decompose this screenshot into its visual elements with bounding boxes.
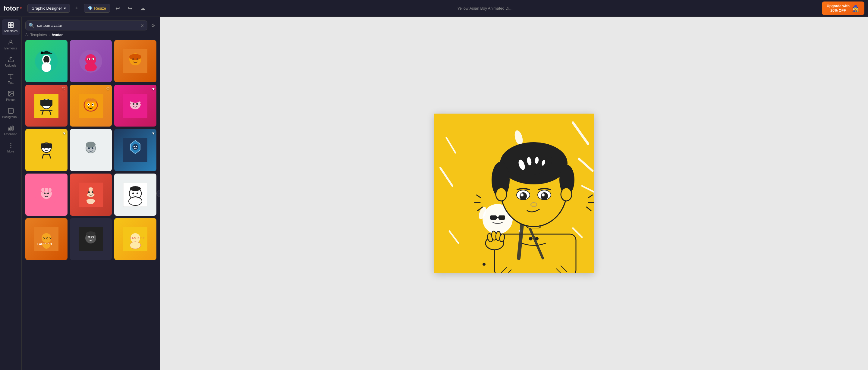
main-layout: Templates Elements Uploads Text Photos B…	[0, 17, 868, 370]
template-grid: ♡ ♡ ♥ ♥	[22, 40, 160, 370]
search-bar: 🔍 ✕ ⚙	[22, 17, 160, 33]
sidebar-item-more[interactable]: More	[2, 140, 20, 155]
template-card-6[interactable]: ♥	[114, 85, 156, 127]
card-art-10: z z z	[25, 174, 67, 216]
template-card-11[interactable]	[70, 174, 112, 216]
svg-text:z z z: z z z	[45, 192, 49, 194]
sidebar-item-background[interactable]: Backgroun...	[2, 105, 20, 121]
card-art-7	[25, 129, 67, 171]
topbar: fotor® Graphic Designer ▾ + 💎 Resize ↩ ↪…	[0, 0, 868, 17]
svg-point-35	[132, 58, 134, 60]
svg-point-49	[88, 104, 89, 105]
sidebar-item-templates[interactable]: Templates	[2, 19, 20, 35]
plus-icon: +	[75, 5, 79, 11]
photos-icon	[7, 90, 14, 97]
template-card-1[interactable]	[25, 40, 67, 82]
svg-point-30	[88, 58, 89, 60]
svg-point-4	[10, 40, 12, 42]
sidebar: Templates Elements Uploads Text Photos B…	[0, 17, 22, 370]
svg-rect-14	[10, 127, 11, 130]
template-card-5[interactable]: ♡	[70, 85, 112, 127]
resize-button[interactable]: 💎 Resize	[84, 4, 110, 13]
svg-point-31	[92, 58, 93, 60]
svg-point-78	[41, 187, 44, 192]
svg-point-132	[529, 237, 532, 241]
svg-point-22	[41, 62, 51, 72]
template-card-2[interactable]	[70, 40, 112, 82]
svg-point-152	[520, 192, 527, 200]
svg-point-54	[133, 103, 134, 105]
svg-point-156	[541, 193, 545, 196]
redo-icon: ↪	[128, 5, 132, 12]
template-card-10[interactable]: z z z	[25, 174, 67, 216]
search-input[interactable]	[37, 23, 138, 28]
card-art-9	[114, 129, 156, 171]
search-input-wrap: 🔍 ✕	[25, 21, 147, 30]
template-card-15[interactable]: I AM KIKO	[114, 218, 156, 260]
card-art-8	[70, 129, 112, 171]
logo: fotor®	[4, 4, 22, 12]
sidebar-item-photos[interactable]: Photos	[2, 88, 20, 104]
svg-rect-15	[12, 126, 13, 130]
svg-rect-0	[8, 23, 10, 25]
undo-button[interactable]: ↩	[113, 4, 122, 13]
svg-rect-13	[8, 128, 9, 130]
svg-rect-10	[8, 109, 13, 114]
upgrade-button[interactable]: Upgrade with20% OFF 🧙	[822, 1, 864, 15]
canvas-wrap: ✦	[434, 114, 594, 273]
template-card-13[interactable]: ×× ×I AM KIKO	[25, 218, 67, 260]
clear-search-icon[interactable]: ✕	[141, 23, 144, 28]
svg-point-36	[136, 58, 138, 60]
svg-point-69	[88, 147, 90, 149]
template-card-3[interactable]	[114, 40, 156, 82]
file-title: Yellow Asian Boy Animated Di...	[151, 6, 819, 10]
card-art-12	[114, 174, 156, 216]
filter-button[interactable]: ⚙	[150, 21, 156, 30]
svg-point-74	[133, 146, 135, 147]
sidebar-label-text: Text	[8, 81, 13, 84]
svg-point-155	[541, 192, 548, 200]
svg-point-153	[521, 193, 524, 196]
sidebar-label-uploads: Uploads	[5, 64, 16, 67]
card-art-3	[114, 40, 156, 82]
add-button[interactable]: +	[73, 4, 81, 13]
sidebar-item-elements[interactable]: Elements	[2, 36, 20, 53]
svg-rect-39	[40, 100, 53, 106]
designer-dropdown[interactable]: Graphic Designer ▾	[27, 4, 70, 13]
sidebar-item-extension[interactable]: Extension	[2, 122, 20, 138]
logo-text: fotor	[4, 4, 19, 12]
card-art-6	[114, 85, 156, 127]
template-card-7[interactable]: ♥	[25, 129, 67, 171]
template-card-9[interactable]: ♥	[114, 129, 156, 171]
sidebar-item-uploads[interactable]: Uploads	[2, 54, 20, 70]
svg-point-68	[86, 142, 96, 148]
svg-point-24	[41, 52, 43, 54]
template-card-12[interactable]	[114, 174, 156, 216]
card-art-2	[70, 40, 112, 82]
card-heart-9: ♥	[152, 131, 155, 135]
canvas-content[interactable]: ✦	[434, 114, 594, 273]
svg-point-88	[92, 191, 93, 193]
upgrade-icon: 🧙	[852, 5, 860, 12]
svg-point-50	[92, 104, 93, 105]
template-card-14[interactable]	[70, 218, 112, 260]
redo-button[interactable]: ↪	[125, 4, 135, 13]
card-heart-5: ♡	[106, 87, 110, 91]
svg-rect-1	[11, 23, 13, 25]
resize-label: Resize	[94, 6, 106, 10]
uploads-icon	[7, 56, 14, 63]
sidebar-label-more: More	[7, 150, 14, 153]
template-card-4[interactable]: ♡	[25, 85, 67, 127]
card-art-15: I AM KIKO	[114, 218, 156, 260]
breadcrumb-current: Avatar	[52, 33, 63, 37]
svg-point-70	[92, 147, 93, 149]
svg-point-87	[88, 191, 90, 193]
sidebar-item-text[interactable]: Text	[2, 71, 20, 87]
template-card-8[interactable]	[70, 129, 112, 171]
card-art-11	[70, 174, 112, 216]
svg-point-126	[483, 263, 486, 266]
background-icon	[7, 107, 14, 114]
breadcrumb-all-templates[interactable]: All Templates	[25, 33, 47, 37]
svg-point-94	[129, 197, 142, 206]
upload-cloud-button[interactable]: ☁	[138, 4, 148, 13]
